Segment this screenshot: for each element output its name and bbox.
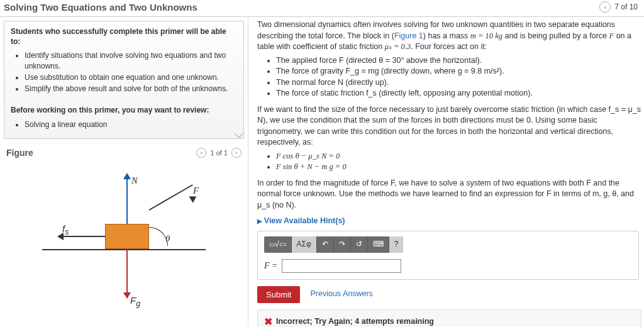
applied-force-arrow (149, 184, 193, 211)
normal-force-arrow (126, 177, 128, 224)
equation: F sin θ + N − m g = 0 (276, 162, 641, 173)
figure-pager: ‹ 1 of 1 › (196, 148, 242, 158)
figure-canvas: N F fs Fg θ (42, 164, 206, 309)
label-N: N (131, 175, 138, 186)
list-item: The normal force N (directly up). (276, 77, 641, 89)
review-lead: Before working on this primer, you may w… (11, 106, 209, 114)
list-item: The force of gravity F_g = mg (directly … (276, 66, 641, 77)
toolbar-greek-button[interactable]: ΑΣφ (292, 236, 317, 253)
forces-list: The applied force F (directed θ = 30° ab… (276, 55, 641, 99)
list-item: The force of static friction f_s (direct… (276, 88, 641, 99)
answer-input[interactable] (282, 259, 401, 273)
problem-paragraph-3: In order to find the magnitude of force … (257, 178, 641, 211)
objectives-list: Identify situations that involve solving… (25, 50, 237, 94)
problem-paragraph-1: Two dimensional dynamics often involves … (257, 19, 641, 53)
view-hints-toggle[interactable]: View Available Hint(s) (257, 216, 641, 227)
figure-prev-button[interactable]: ‹ (196, 148, 206, 158)
page-header: Solving Two Equations and Two Unknowns ‹… (0, 0, 644, 17)
list-item: Simplify the above result and solve for … (25, 84, 237, 94)
answer-label: F = (264, 260, 278, 272)
arrowhead-icon (123, 173, 131, 179)
equation-toolbar: ▭▭√√▭ ΑΣφ ↶ ↷ ↺ ⌨ ? (264, 236, 403, 253)
problem-paragraph-2: If we want to find the size of the force… (257, 104, 641, 148)
toolbar-templates-button[interactable]: ▭▭√√▭ (264, 236, 292, 253)
list-item: Identify situations that involve solving… (25, 50, 237, 70)
figure-title: Figure (6, 148, 33, 158)
review-list: Solving a linear equation (25, 119, 237, 130)
incorrect-icon: ✖ (264, 315, 272, 328)
toolbar-help-button[interactable]: ? (389, 236, 404, 253)
previous-answers-link[interactable]: Previous Answers (310, 289, 372, 300)
page-nav: ‹ 7 of 10 (599, 1, 638, 13)
page-title: Solving Two Equations and Two Unknowns (4, 2, 197, 13)
answer-box: ▭▭√√▭ ΑΣφ ↶ ↷ ↺ ⌨ ? F = (257, 231, 639, 280)
objectives-lead: Students who successfully complete this … (11, 27, 226, 46)
submit-button[interactable]: Submit (257, 286, 300, 303)
toolbar-redo-button[interactable]: ↷ (334, 236, 351, 253)
figure-page-indicator: 1 of 1 (210, 149, 228, 157)
figure-next-button[interactable]: › (231, 148, 242, 158)
scroll-indicator-icon[interactable] (235, 130, 243, 138)
list-item: The applied force F (directed θ = 30° ab… (276, 55, 641, 67)
toolbar-undo-button[interactable]: ↶ (317, 236, 334, 253)
page-indicator: 7 of 10 (614, 3, 638, 11)
feedback-box: ✖ Incorrect; Try Again; 4 attempts remai… (257, 309, 641, 328)
block-shape (105, 224, 149, 249)
ground-line (42, 249, 206, 250)
equation: F cos θ − μ_s N = 0 (276, 151, 641, 162)
content-panel: Two dimensional dynamics often involves … (248, 17, 644, 327)
label-F: F (193, 186, 199, 196)
left-panel: Students who successfully complete this … (0, 17, 248, 327)
label-fs: fs (62, 223, 69, 236)
objectives-box: Students who successfully complete this … (4, 21, 244, 139)
toolbar-keyboard-button[interactable]: ⌨ (368, 236, 389, 253)
equations-list: F cos θ − μ_s N = 0 F sin θ + N − m g = … (276, 151, 641, 173)
list-item: Use substitution to obtain one equation … (25, 72, 237, 82)
figure-link[interactable]: Figure 1 (394, 31, 423, 40)
prev-page-button[interactable]: ‹ (599, 1, 611, 13)
feedback-title: Incorrect; Try Again; 4 attempts remaini… (276, 316, 434, 327)
toolbar-reset-button[interactable]: ↺ (351, 236, 368, 253)
list-item: Solving a linear equation (25, 119, 237, 130)
label-Fg: Fg (130, 295, 140, 308)
label-theta: θ (165, 233, 170, 244)
gravity-force-arrow (126, 249, 128, 296)
